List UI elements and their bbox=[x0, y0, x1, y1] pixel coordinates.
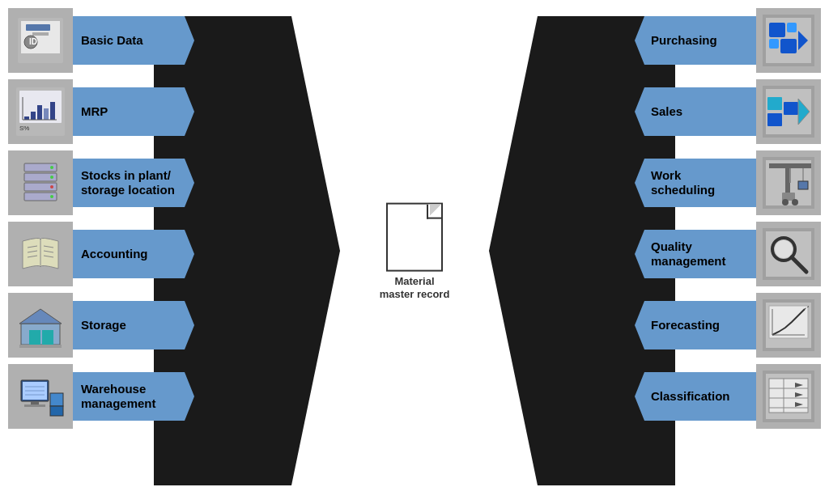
svg-point-71 bbox=[792, 199, 798, 205]
svg-rect-4 bbox=[26, 24, 50, 31]
basic-data-icon: ID bbox=[15, 15, 66, 66]
svg-point-24 bbox=[50, 176, 53, 179]
svg-text:ID: ID bbox=[29, 37, 37, 46]
sales-label: Sales bbox=[635, 87, 756, 136]
sales-icon-box bbox=[756, 79, 821, 144]
module-warehouse[interactable]: Warehouse management bbox=[8, 364, 194, 429]
diagram-container: Material master record ID Basic Data bbox=[0, 0, 829, 504]
quality-management-label: Quality management bbox=[635, 230, 756, 278]
svg-rect-53 bbox=[769, 23, 785, 37]
svg-rect-46 bbox=[50, 393, 63, 406]
svg-rect-6 bbox=[32, 32, 49, 36]
classification-icon bbox=[763, 371, 814, 422]
storage-icon-box bbox=[8, 293, 73, 358]
warehouse-label: Warehouse management bbox=[73, 372, 194, 421]
center-document: Material master record bbox=[378, 202, 451, 302]
right-modules: Purchasing Sales bbox=[635, 8, 821, 429]
purchasing-icon-box bbox=[756, 8, 821, 73]
basic-data-icon-box: ID bbox=[8, 8, 73, 73]
svg-point-70 bbox=[782, 199, 789, 205]
svg-rect-39 bbox=[42, 330, 53, 345]
svg-rect-62 bbox=[784, 102, 798, 115]
module-purchasing[interactable]: Purchasing bbox=[635, 8, 821, 73]
forecasting-icon bbox=[763, 299, 814, 351]
mrp-icon: S% bbox=[15, 86, 66, 138]
svg-rect-47 bbox=[50, 406, 63, 416]
module-storage[interactable]: Storage bbox=[8, 293, 194, 358]
stocks-label: Stocks in plant/ storage location bbox=[73, 159, 194, 207]
svg-rect-61 bbox=[767, 113, 782, 126]
module-classification[interactable]: Classification bbox=[635, 364, 821, 429]
svg-rect-14 bbox=[50, 102, 55, 120]
forecasting-icon-box bbox=[756, 293, 821, 358]
svg-rect-44 bbox=[31, 401, 39, 404]
svg-rect-45 bbox=[24, 404, 45, 407]
module-forecasting[interactable]: Forecasting bbox=[635, 293, 821, 358]
svg-rect-67 bbox=[769, 163, 811, 168]
basic-data-label: Basic Data bbox=[73, 16, 194, 65]
mrp-icon-box: S% bbox=[8, 79, 73, 144]
svg-point-26 bbox=[50, 195, 53, 198]
classification-label: Classification bbox=[635, 372, 756, 421]
forecasting-label: Forecasting bbox=[635, 301, 756, 349]
svg-point-77 bbox=[775, 240, 793, 258]
document-label: Material master record bbox=[378, 274, 451, 302]
storage-icon bbox=[15, 299, 66, 351]
left-modules: ID Basic Data bbox=[8, 8, 194, 429]
svg-rect-73 bbox=[798, 181, 808, 189]
work-scheduling-icon-box bbox=[756, 150, 821, 215]
svg-rect-10 bbox=[24, 116, 29, 120]
module-stocks[interactable]: Stocks in plant/ storage location bbox=[8, 150, 194, 215]
module-work-scheduling[interactable]: Work scheduling bbox=[635, 150, 821, 215]
svg-rect-13 bbox=[44, 108, 49, 120]
classification-icon-box bbox=[756, 364, 821, 429]
quality-management-icon-box bbox=[756, 222, 821, 286]
svg-rect-55 bbox=[769, 39, 779, 49]
svg-rect-60 bbox=[767, 97, 782, 110]
module-mrp[interactable]: S% MRP bbox=[8, 79, 194, 144]
work-scheduling-icon bbox=[763, 157, 814, 209]
svg-point-25 bbox=[50, 185, 53, 188]
warehouse-icon bbox=[15, 371, 66, 422]
svg-point-23 bbox=[50, 166, 53, 169]
accounting-icon bbox=[15, 228, 66, 280]
quality-management-icon bbox=[763, 228, 814, 280]
module-basic-data[interactable]: ID Basic Data bbox=[8, 8, 194, 73]
purchasing-label: Purchasing bbox=[635, 16, 756, 65]
svg-rect-38 bbox=[29, 330, 40, 345]
accounting-icon-box bbox=[8, 222, 73, 286]
warehouse-icon-box bbox=[8, 364, 73, 429]
stocks-icon-box bbox=[8, 150, 73, 215]
storage-label: Storage bbox=[73, 301, 194, 349]
document-icon bbox=[386, 202, 443, 271]
svg-rect-11 bbox=[31, 112, 36, 120]
purchasing-icon bbox=[763, 15, 814, 66]
sales-icon bbox=[763, 86, 814, 138]
svg-text:S%: S% bbox=[19, 125, 29, 132]
svg-rect-54 bbox=[787, 23, 797, 32]
mrp-label: MRP bbox=[73, 87, 194, 136]
svg-rect-56 bbox=[780, 39, 797, 53]
module-accounting[interactable]: Accounting bbox=[8, 222, 194, 286]
work-scheduling-label: Work scheduling bbox=[635, 159, 756, 207]
svg-rect-12 bbox=[37, 105, 42, 120]
stocks-icon bbox=[15, 157, 66, 209]
accounting-label: Accounting bbox=[73, 230, 194, 278]
module-sales[interactable]: Sales bbox=[635, 79, 821, 144]
module-quality-management[interactable]: Quality management bbox=[635, 222, 821, 286]
svg-rect-40 bbox=[19, 345, 62, 348]
